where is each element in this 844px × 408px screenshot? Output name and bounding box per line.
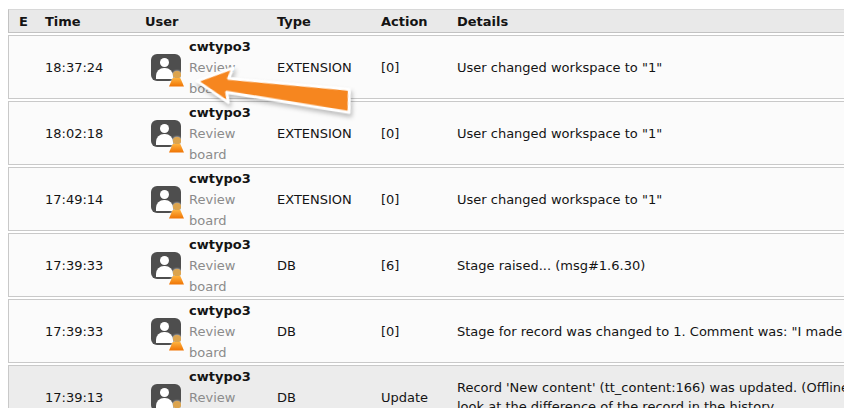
orange-user-overlay-icon <box>169 269 184 285</box>
cell-user: cwtypo3 Review board <box>137 36 269 99</box>
log-row: 17:39:33 cwtypo3 Review board DB [6] Sta… <box>8 233 844 297</box>
table-header-row: E Time User Type Action Details <box>8 9 844 33</box>
details-line1: User changed workspace to "1" <box>457 190 844 209</box>
user-avatar-icon <box>151 120 181 147</box>
column-header-action: Action <box>373 14 449 29</box>
person-silhouette-icon <box>160 388 169 397</box>
person-silhouette-icon <box>160 322 169 331</box>
cell-user: cwtypo3 Review board <box>137 234 269 297</box>
log-row: 18:02:18 cwtypo3 Review board EXTENSION … <box>8 101 844 165</box>
orange-user-overlay-icon <box>169 137 184 153</box>
cell-action: [6] <box>373 258 449 273</box>
log-table: E Time User Type Action Details 18:37:24… <box>8 9 844 408</box>
cell-time: 17:39:13 <box>37 390 137 405</box>
user-name: cwtypo3 <box>189 36 257 57</box>
column-header-user: User <box>137 14 269 29</box>
cell-user: cwtypo3 Review board <box>137 300 269 363</box>
page: { "accent": { "arrow_color": "#F6861F", … <box>0 0 844 408</box>
cell-action: [0] <box>373 126 449 141</box>
details-line1: Stage for record was changed to 1. Comme… <box>457 322 844 341</box>
cell-action: [0] <box>373 324 449 339</box>
user-role: Review board <box>189 255 257 297</box>
cell-details: Stage for record was changed to 1. Comme… <box>449 322 844 341</box>
cell-type: DB <box>269 324 373 339</box>
column-header-type: Type <box>269 14 373 29</box>
cell-details: User changed workspace to "1" <box>449 190 844 209</box>
details-line2: look at the difference of the record in … <box>457 397 844 408</box>
person-silhouette-icon <box>160 256 169 265</box>
user-role: Review board <box>189 123 257 165</box>
person-silhouette-icon <box>160 58 169 67</box>
cell-time: 17:39:33 <box>37 324 137 339</box>
user-name: cwtypo3 <box>189 366 257 387</box>
user-role: Review board <box>189 321 257 363</box>
user-role: Review board <box>189 387 257 408</box>
orange-user-overlay-icon <box>169 335 184 351</box>
person-silhouette-icon <box>160 124 169 133</box>
cell-details: Stage raised... (msg#1.6.30) <box>449 256 844 275</box>
orange-user-overlay-icon <box>169 401 184 408</box>
details-line1: Record 'New content' (tt_content:166) wa… <box>457 378 844 397</box>
cell-user: cwtypo3 Review board <box>137 102 269 165</box>
details-line1: User changed workspace to "1" <box>457 124 844 143</box>
cell-details: User changed workspace to "1" <box>449 124 844 143</box>
user-role: Review board <box>189 189 257 231</box>
cell-type: EXTENSION <box>269 192 373 207</box>
log-row: 17:39:33 cwtypo3 Review board DB [0] Sta… <box>8 299 844 363</box>
user-avatar-icon <box>151 384 181 408</box>
cell-action: [0] <box>373 192 449 207</box>
person-silhouette-icon <box>160 190 169 199</box>
cell-details: Record 'New content' (tt_content:166) wa… <box>449 378 844 408</box>
details-line1: Stage raised... (msg#1.6.30) <box>457 256 844 275</box>
cell-user: cwtypo3 Review board <box>137 366 269 408</box>
column-header-e: E <box>9 14 37 29</box>
user-name: cwtypo3 <box>189 300 257 321</box>
cell-time: 18:02:18 <box>37 126 137 141</box>
user-avatar-icon <box>151 252 181 279</box>
cell-action: Update <box>373 390 449 405</box>
cell-details: User changed workspace to "1" <box>449 58 844 77</box>
orange-user-overlay-icon <box>169 71 184 87</box>
cell-type: DB <box>269 390 373 405</box>
user-role: Review board <box>189 57 257 99</box>
details-line1: User changed workspace to "1" <box>457 58 844 77</box>
user-avatar-icon <box>151 186 181 213</box>
cell-user: cwtypo3 Review board <box>137 168 269 231</box>
user-name: cwtypo3 <box>189 168 257 189</box>
user-name: cwtypo3 <box>189 234 257 255</box>
cell-type: DB <box>269 258 373 273</box>
cell-action: [0] <box>373 60 449 75</box>
column-header-time: Time <box>37 14 137 29</box>
log-row: 18:37:24 cwtypo3 Review board EXTENSION … <box>8 35 844 99</box>
cell-type: EXTENSION <box>269 126 373 141</box>
cell-type: EXTENSION <box>269 60 373 75</box>
orange-user-overlay-icon <box>169 203 184 219</box>
cell-time: 18:37:24 <box>37 60 137 75</box>
user-avatar-icon <box>151 318 181 345</box>
column-header-details: Details <box>449 14 844 29</box>
user-avatar-icon <box>151 54 181 81</box>
log-row: 17:39:13 cwtypo3 Review board DB Update … <box>8 365 844 408</box>
user-name: cwtypo3 <box>189 102 257 123</box>
cell-time: 17:39:33 <box>37 258 137 273</box>
log-row: 17:49:14 cwtypo3 Review board EXTENSION … <box>8 167 844 231</box>
cell-time: 17:49:14 <box>37 192 137 207</box>
